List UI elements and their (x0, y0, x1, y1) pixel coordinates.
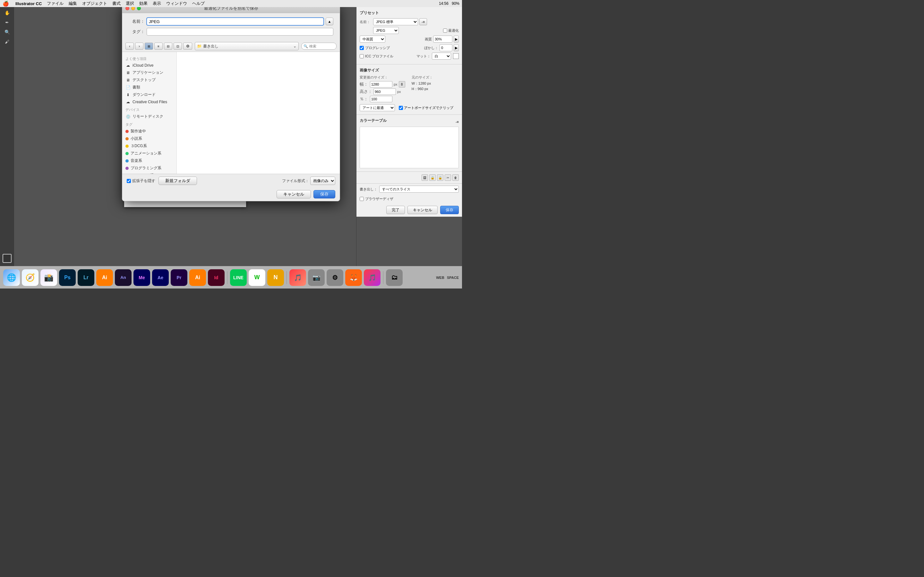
format-label: ファイル形式： (282, 178, 309, 184)
apple-menu[interactable]: 🍎 (3, 1, 9, 7)
sidebar-item-tag-4[interactable]: アニメーション系 (122, 150, 176, 157)
tag-dot-6 (126, 167, 129, 170)
dock-ai-main[interactable]: Ai (96, 269, 113, 286)
cc-icon: ☁ (126, 99, 131, 105)
dock: 🌐 🧭 📸 Ps Lr Ai An Me Ae Pr Ai Id LINE W … (0, 266, 462, 288)
view-column-btn[interactable]: ⊟ (164, 43, 172, 50)
dock-me[interactable]: Me (134, 269, 150, 286)
sidebar-item-icloud[interactable]: ☁ iCloud Drive (122, 62, 176, 69)
sidebar-item-desktop[interactable]: 🖥 デスクトップ (122, 76, 176, 84)
dialog-save-button[interactable]: 保存 (313, 190, 335, 198)
dialog-form: 名前： ▲ タグ： (122, 13, 340, 41)
desktop-icon: 🖥 (126, 77, 131, 83)
dock-safari[interactable]: 🧭 (22, 269, 39, 286)
apps-label: アプリケーション (132, 70, 163, 75)
dialog-action-row: キャンセル 保存 (122, 187, 340, 201)
dock-camera[interactable]: 📷 (308, 269, 325, 286)
downloads-label: ダウンロード (132, 92, 156, 97)
icloud-label: iCloud Drive (132, 63, 153, 68)
dialog-main-area (177, 52, 340, 174)
tag-label-5: 音楽系 (131, 158, 142, 163)
icloud-icon: ☁ (126, 63, 131, 68)
sidebar-item-remote[interactable]: 💿 リモートディスク (122, 113, 176, 120)
dock-an[interactable]: An (115, 269, 132, 286)
gear-button[interactable]: ⚙ (183, 43, 192, 50)
sidebar-item-docs[interactable]: 📄 書類 (122, 84, 176, 91)
menu-object[interactable]: オブジェクト (82, 1, 107, 6)
view-icon-btn[interactable]: ⊞ (145, 43, 153, 50)
tag-dot-4 (126, 152, 129, 155)
menu-battery: 90% (452, 1, 459, 6)
app-name[interactable]: Illustrator CC (15, 1, 42, 6)
new-folder-button[interactable]: 新規フォルダ (158, 177, 197, 185)
tag-input[interactable] (147, 28, 333, 35)
dock-ps[interactable]: Ps (59, 269, 76, 286)
dock-ai-2[interactable]: Ai (189, 269, 206, 286)
dock-lr[interactable]: Lr (78, 269, 94, 286)
dock-separator-1 (227, 271, 228, 284)
menu-window[interactable]: ウィンドウ (166, 1, 187, 6)
dock-photo-lib[interactable]: 🗂 (386, 269, 403, 286)
tag-label-6: プログラミング系 (131, 165, 162, 171)
hide-extension-label[interactable]: 拡張子を隠す (127, 178, 155, 184)
dock-w[interactable]: W (249, 269, 265, 286)
sidebar-item-downloads[interactable]: ⬇ ダウンロード (122, 91, 176, 98)
location-label: 書き出し (203, 44, 218, 49)
search-input[interactable] (309, 44, 332, 48)
dock-line[interactable]: LINE (230, 269, 247, 286)
sidebar-item-tag-5[interactable]: 音楽系 (122, 157, 176, 164)
hide-extension-checkbox[interactable] (127, 179, 131, 183)
dock-ae[interactable]: Ae (152, 269, 169, 286)
menu-format[interactable]: 書式 (112, 1, 121, 6)
docs-icon: 📄 (126, 85, 131, 90)
menu-select[interactable]: 選択 (126, 1, 134, 6)
dialog-content: よく使う項目 ☁ iCloud Drive 🖥 アプリケーション 🖥 デスクトッ… (122, 52, 340, 174)
dock-n[interactable]: N (267, 269, 284, 286)
dock-pr[interactable]: Pr (171, 269, 187, 286)
remote-label: リモートディスク (132, 114, 163, 119)
dialog-cancel-button[interactable]: キャンセル (276, 190, 311, 198)
back-button[interactable]: ‹ (126, 43, 134, 50)
dock-finder[interactable]: 🌐 (3, 269, 20, 286)
menu-view[interactable]: 表示 (153, 1, 161, 6)
dock-fox[interactable]: 🦊 (345, 269, 362, 286)
dock-web-label[interactable]: WEB (436, 276, 444, 279)
sidebar-item-tag-1[interactable]: 製作途中 (122, 127, 176, 135)
tag-label-1: 製作途中 (131, 129, 146, 134)
dialog-sidebar: よく使う項目 ☁ iCloud Drive 🖥 アプリケーション 🖥 デスクトッ… (122, 52, 177, 174)
tag-label-7: モーション系 (131, 173, 153, 174)
dock-space-label[interactable]: SPACE (447, 276, 459, 279)
menu-edit[interactable]: 編集 (69, 1, 77, 6)
view-list-btn[interactable]: ≡ (154, 43, 163, 50)
location-selector[interactable]: 📁 書き出し ⌄ (195, 42, 299, 50)
tag-label-2: 小説系 (131, 136, 142, 141)
dock-itunes[interactable]: 🎵 (364, 269, 381, 286)
search-box: 🔍 (301, 43, 336, 50)
format-select[interactable]: 画像のみ (310, 177, 335, 185)
menu-file[interactable]: ファイル (47, 1, 63, 6)
dock-music[interactable]: 🎵 (289, 269, 306, 286)
filename-input[interactable] (147, 18, 324, 25)
favorites-section: よく使う項目 (122, 55, 176, 62)
dialog-bottom: 拡張子を隠す 新規フォルダ ファイル形式： 画像のみ (122, 174, 340, 187)
apps-icon: 🖥 (126, 70, 131, 75)
tag-dot-5 (126, 159, 129, 163)
sidebar-item-apps[interactable]: 🖥 アプリケーション (122, 69, 176, 76)
dock-settings[interactable]: ⚙ (326, 269, 343, 286)
tag-label: タグ： (129, 29, 145, 35)
view-cover-btn[interactable]: ⊡ (174, 43, 182, 50)
menu-effect[interactable]: 効果 (139, 1, 148, 6)
expand-button[interactable]: ▲ (326, 18, 333, 25)
tags-section: タグ (122, 120, 176, 127)
sidebar-item-tag-2[interactable]: 小説系 (122, 135, 176, 142)
name-label: 名前： (129, 19, 145, 24)
sidebar-item-tag-3[interactable]: ３DCG系 (122, 142, 176, 150)
sidebar-item-tag-7[interactable]: モーション系 (122, 172, 176, 174)
dock-id[interactable]: Id (208, 269, 225, 286)
menu-help[interactable]: ヘルプ (192, 1, 205, 6)
dock-photos[interactable]: 📸 (40, 269, 57, 286)
sidebar-item-cc[interactable]: ☁ Creative Cloud Files (122, 98, 176, 105)
forward-button[interactable]: › (135, 43, 144, 50)
tag-label-3: ３DCG系 (131, 143, 147, 149)
sidebar-item-tag-6[interactable]: プログラミング系 (122, 164, 176, 172)
